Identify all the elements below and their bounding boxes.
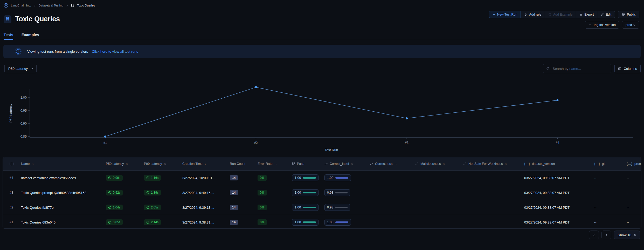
download-icon — [579, 13, 583, 16]
clock-icon — [146, 176, 149, 179]
metadata-braces-icon: {…} — [524, 162, 530, 166]
plus-icon — [493, 13, 495, 16]
metadata-braces-icon: {…} — [594, 162, 600, 166]
public-button[interactable]: Public — [618, 11, 639, 18]
run-count-badge: 14 — [230, 220, 238, 225]
chart-svg: 0.850.900.951.00#1#2#3#4P50 LatencyTest … — [0, 83, 644, 157]
tab-tests[interactable]: Tests — [4, 33, 13, 40]
p99-latency-badge: 1.89s — [144, 190, 161, 195]
globe-icon — [622, 13, 625, 16]
column-header-maliciousness[interactable]: Maliciousness↑↓ — [415, 162, 463, 166]
table-row[interactable]: #1Toxic Queries:683e0400.85s2.14s3/27/20… — [3, 215, 641, 229]
column-header-p50[interactable]: P50 Latency↑↓ — [106, 162, 144, 166]
sort-toggle-icon[interactable]: ↑↓ — [394, 163, 396, 165]
run-name-link[interactable]: Toxic Queries prompt @8d80588e:b495152 — [21, 191, 86, 195]
table-row[interactable]: #4dataset versioning example:856cee90.99… — [3, 171, 641, 185]
sort-toggle-icon[interactable]: ↑↓ — [274, 163, 276, 165]
sort-desc-icon[interactable]: ↓ — [204, 162, 206, 166]
sort-toggle-icon[interactable]: ↑↓ — [164, 163, 166, 165]
prompt-value: -- — [627, 176, 629, 180]
view-all-test-runs-link[interactable]: Click here to view all test runs — [92, 50, 138, 53]
error-rate-badge: 0% — [258, 175, 267, 181]
table-row[interactable]: #3Toxic Queries prompt @8d80588e:b495152… — [3, 185, 641, 200]
clock-icon — [108, 206, 111, 209]
export-button[interactable]: Export — [576, 11, 597, 18]
organization-avatar-icon[interactable] — [4, 3, 8, 8]
sort-toggle-icon[interactable]: ↑↓ — [443, 163, 445, 165]
sort-toggle-icon[interactable]: ↑↓ — [504, 163, 507, 165]
column-header-not_safe_for_workiness[interactable]: Not Safe For Workiness↑↓ — [463, 162, 524, 166]
chain-link-icon — [415, 162, 419, 166]
creation-time-value: 3/27/2024, 9:49:15 ... — [182, 191, 214, 195]
chain-link-icon — [324, 162, 328, 166]
search-input-container — [543, 64, 611, 73]
breadcrumb-org[interactable]: LangChain Inc. — [11, 4, 31, 7]
dataset-database-icon — [4, 15, 11, 23]
run-count-badge: 14 — [230, 175, 238, 180]
clock-icon — [146, 221, 149, 224]
column-header-dataset_version[interactable]: {…}dataset_version — [524, 162, 594, 166]
search-input[interactable] — [552, 66, 608, 71]
column-header-prompt[interactable]: {…}prompt — [627, 162, 641, 166]
p99-latency-badge: 2.14s — [144, 219, 161, 225]
svg-text:#1: #1 — [103, 141, 107, 145]
p50-latency-badge: 0.99s — [106, 175, 123, 181]
svg-text:#2: #2 — [254, 141, 258, 145]
dataset_version-value: 03/27/2024, 09:38:07 AM PDT — [524, 206, 570, 210]
metadata-braces-icon: {…} — [627, 162, 633, 166]
run-name-link[interactable]: Toxic Queries:fb8f77e — [21, 206, 54, 210]
p99-latency-badge: 1.16s — [144, 175, 161, 181]
run-name-link[interactable]: dataset versioning example:856cee9 — [21, 176, 76, 180]
column-header-num[interactable] — [3, 162, 21, 166]
next-page-button[interactable] — [601, 231, 611, 239]
database-icon — [548, 13, 551, 16]
column-header-creation_time[interactable]: Creation Time↓ — [182, 162, 230, 166]
column-header-run_count[interactable]: Run Count — [230, 162, 258, 166]
run-number: #1 — [10, 220, 13, 224]
correct_label-score-pill: 0.93 — [324, 204, 350, 211]
new-test-run-button[interactable]: New Test Run — [489, 11, 521, 18]
column-header-error_rate[interactable]: Error Rate↑↓ — [258, 162, 292, 166]
git-value: -- — [594, 191, 597, 195]
dataset_version-value: 03/27/2024, 09:38:07 AM PDT — [524, 191, 570, 195]
table-row[interactable]: #2Toxic Queries:fb8f77e1.04s2.05s3/27/20… — [3, 200, 641, 215]
column-header-correct_label[interactable]: Correct_label↑↓ — [324, 162, 370, 166]
sort-toggle-icon[interactable]: ↑↓ — [126, 163, 128, 165]
pass-score-pill: 1.00 — [292, 219, 318, 226]
dataset_version-value: 03/27/2024, 09:38:07 AM PDT — [524, 220, 570, 224]
run-name-link[interactable]: Toxic Queries:683e040 — [21, 220, 56, 224]
metric-selector-dropdown[interactable]: P50 Latency — [4, 64, 37, 73]
edit-button[interactable]: Edit — [597, 11, 615, 18]
tab-examples[interactable]: Examples — [22, 33, 39, 40]
clock-icon — [146, 206, 149, 209]
column-header-pass[interactable]: Pass — [292, 162, 324, 166]
run-number: #2 — [10, 206, 13, 209]
column-header-git[interactable]: {…}git — [594, 162, 627, 166]
columns-button[interactable]: Columns — [614, 64, 641, 73]
pass-score-pill: 1.00 — [292, 189, 318, 196]
columns-icon — [618, 67, 621, 70]
clock-icon — [108, 221, 111, 224]
breadcrumb-section[interactable]: Datasets & Testing — [38, 4, 63, 7]
clock-icon — [146, 191, 149, 194]
pass-score-pill: 1.00 — [292, 204, 318, 211]
creation-time-value: 3/27/2024, 9:38:31 ... — [182, 220, 214, 224]
git-value: -- — [594, 206, 597, 210]
sort-toggle-icon[interactable]: ↑↓ — [31, 163, 33, 165]
tag-this-version-button[interactable]: Tag this version — [585, 21, 619, 29]
run-count-badge: 14 — [230, 190, 238, 195]
correct_label-score-pill: 1.00 — [324, 174, 351, 181]
table-body: #4dataset versioning example:856cee90.99… — [3, 171, 641, 229]
column-header-p99[interactable]: P99 Latency↑↓ — [144, 162, 182, 166]
add-example-button[interactable]: Add Example — [545, 11, 576, 18]
page-size-select[interactable]: Show 10 — [614, 231, 640, 239]
run-count-badge: 14 — [230, 205, 238, 210]
version-tag-select[interactable]: prod — [622, 21, 639, 29]
previous-page-button[interactable] — [589, 231, 599, 239]
clock-icon — [108, 176, 111, 179]
column-header-name[interactable]: Name↑↓ — [21, 162, 106, 166]
column-header-correctness[interactable]: Correctness↑↓ — [370, 162, 415, 166]
add-rule-button[interactable]: Add rule — [521, 11, 545, 18]
select-all-checkbox[interactable] — [10, 162, 13, 166]
sort-toggle-icon[interactable]: ↑↓ — [351, 163, 353, 165]
